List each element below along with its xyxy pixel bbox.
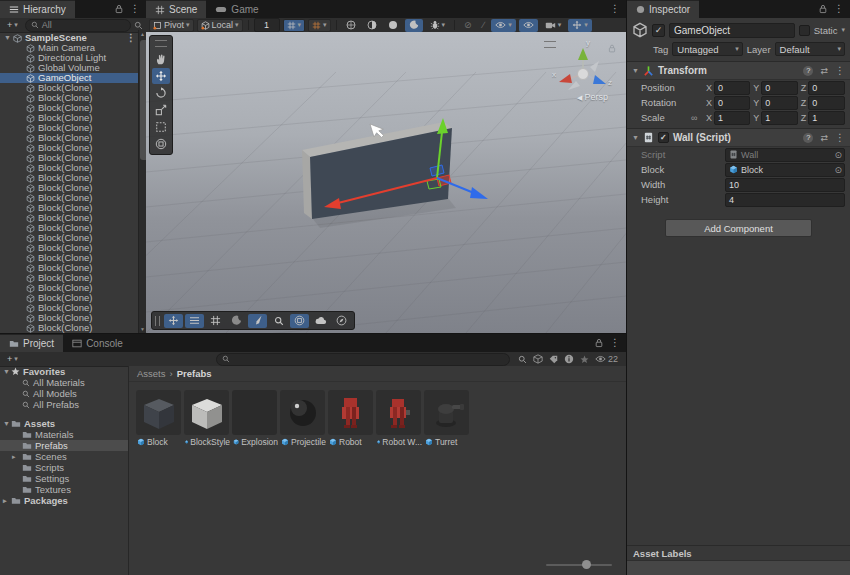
position-y-field[interactable]: 0	[761, 81, 797, 95]
info-icon[interactable]	[564, 354, 574, 364]
breadcrumb-current[interactable]: Prefabs	[177, 368, 212, 379]
thumbnail-size-slider[interactable]	[546, 560, 612, 570]
project-create-button[interactable]: +▾	[3, 353, 22, 366]
audition-mute-button[interactable]: ⊘	[460, 19, 476, 32]
add-component-button[interactable]: Add Component	[665, 219, 812, 237]
tab-console[interactable]: Console	[63, 334, 132, 352]
active-checkbox[interactable]: ✓	[652, 24, 665, 37]
asset-robot-w[interactable]: Robot W...	[376, 390, 422, 447]
audio-toggle-button[interactable]	[384, 19, 402, 32]
block-object-field[interactable]: Block ⊙	[725, 163, 845, 177]
project-search-input[interactable]	[216, 353, 510, 366]
presets-icon[interactable]: ⇄	[820, 133, 828, 143]
package-filter-icon[interactable]	[533, 354, 543, 364]
view-options-overlay-button[interactable]	[227, 314, 246, 328]
foldout-icon[interactable]: ▼	[3, 420, 10, 427]
asset-labels-header[interactable]: Asset Labels	[627, 545, 850, 561]
increment-snap-button[interactable]: ▾	[308, 19, 331, 32]
tab-inspector[interactable]: Inspector	[627, 0, 699, 18]
presets-icon[interactable]: ⇄	[820, 66, 828, 76]
project-menu-icon[interactable]: ⋮	[610, 338, 620, 348]
help-icon[interactable]: ?	[803, 66, 813, 76]
rotation-x-field[interactable]: 0	[714, 96, 750, 110]
transform-tool-button[interactable]	[152, 136, 170, 152]
inspector-menu-icon[interactable]: ⋮	[834, 4, 844, 14]
favorites-all-models[interactable]: All Models	[0, 388, 128, 399]
overlay-toolbar-grip[interactable]	[155, 316, 160, 326]
search-by-type-icon[interactable]	[134, 21, 143, 30]
hierarchy-item-block-clone[interactable]: Block(Clone)	[0, 323, 146, 333]
help-icon[interactable]: ?	[803, 133, 813, 143]
grid-size-field[interactable]: 1	[254, 18, 280, 32]
object-name-field[interactable]: GameObject	[669, 23, 795, 38]
lock-icon[interactable]	[595, 338, 603, 348]
tag-dropdown[interactable]: Untagged▾	[672, 42, 742, 56]
projection-mode-button[interactable]: ◀Persp	[577, 92, 608, 102]
scale-x-field[interactable]: 1	[714, 111, 750, 125]
brush-overlay-button[interactable]	[248, 314, 267, 328]
folder-prefabs[interactable]: Prefabs	[0, 440, 128, 451]
asset-blockstyle[interactable]: BlockStyle	[184, 390, 230, 447]
tab-game[interactable]: Game	[206, 0, 267, 18]
grid-overlay-button[interactable]	[206, 314, 225, 328]
tab-project[interactable]: Project	[0, 334, 63, 352]
shaded-mode-button[interactable]	[342, 19, 360, 32]
scroll-down-icon[interactable]: ▼	[139, 326, 146, 332]
view-tool-button[interactable]	[152, 51, 170, 67]
scene-picking-button[interactable]	[519, 19, 538, 32]
asset-explosion[interactable]: Explosion	[232, 390, 278, 447]
folder-scenes[interactable]: ▸ Scenes	[0, 451, 128, 462]
transform-component-header[interactable]: ▼ Transform ? ⇄ ⋮	[627, 61, 850, 80]
rotation-z-field[interactable]: 0	[808, 96, 845, 110]
gizmo-grip[interactable]	[544, 41, 556, 48]
static-checkbox[interactable]	[799, 25, 810, 36]
asset-turret[interactable]: Turret	[424, 390, 470, 447]
slider-knob[interactable]	[582, 560, 591, 569]
hierarchy-menu-icon[interactable]: ⋮	[130, 4, 140, 14]
gizmos-button[interactable]: ▾	[568, 19, 592, 32]
object-picker-icon[interactable]: ⊙	[834, 150, 842, 160]
foldout-icon[interactable]: ▼	[632, 67, 639, 74]
favorites-filter-icon[interactable]	[580, 355, 589, 364]
asset-projectile[interactable]: Projectile	[280, 390, 326, 447]
scale-z-field[interactable]: 1	[808, 111, 845, 125]
tools-settings-overlay-button[interactable]	[185, 314, 204, 328]
favorites-all-prefabs[interactable]: All Prefabs	[0, 399, 128, 410]
rotation-y-field[interactable]: 0	[761, 96, 797, 110]
search-save-icon[interactable]	[518, 355, 527, 364]
rotation-mode-button[interactable]: Local▾	[197, 19, 243, 32]
overlay-grip[interactable]	[155, 40, 167, 47]
foldout-icon[interactable]: ▸	[3, 497, 7, 505]
label-filter-icon[interactable]	[549, 355, 558, 364]
grid-snapping-button[interactable]: ▾	[283, 19, 306, 32]
position-x-field[interactable]: 0	[714, 81, 750, 95]
hidden-count-badge[interactable]: 22	[595, 354, 618, 364]
isolation-button[interactable]: ∕	[479, 19, 489, 32]
lock-icon[interactable]	[819, 4, 827, 14]
transform-overlay-button[interactable]	[290, 314, 309, 328]
folder-scripts[interactable]: Scripts	[0, 462, 128, 473]
foldout-icon[interactable]: ▼	[4, 33, 11, 43]
cloud-overlay-button[interactable]	[311, 314, 330, 328]
favorites-all-materials[interactable]: All Materials	[0, 377, 128, 388]
width-field[interactable]: 10	[725, 178, 845, 192]
move-overlay-button[interactable]	[164, 314, 183, 328]
packages-root[interactable]: ▸ Packages	[0, 495, 128, 506]
foldout-icon[interactable]: ▸	[12, 453, 16, 461]
effects-toggle-button[interactable]	[405, 19, 423, 32]
height-field[interactable]: 4	[725, 193, 845, 207]
hierarchy-search-input[interactable]: All	[25, 19, 131, 32]
lock-icon[interactable]	[115, 4, 123, 14]
wall-script-component-header[interactable]: ▼ ✓ Wall (Script) ? ⇄ ⋮	[627, 128, 850, 147]
object-picker-icon[interactable]: ⊙	[834, 165, 842, 175]
foldout-icon[interactable]: ▼	[3, 368, 10, 375]
debug-options-button[interactable]: ▾	[426, 19, 450, 32]
scene-viewport[interactable]: y x z ◀Persp	[146, 32, 626, 333]
static-dropdown-icon[interactable]: ▾	[841, 26, 845, 34]
scene-menu-icon[interactable]: ⋮	[610, 4, 620, 14]
hierarchy-scrollbar[interactable]: ▲ ▼	[138, 30, 146, 333]
tab-hierarchy[interactable]: Hierarchy	[0, 0, 75, 18]
rotate-tool-button[interactable]	[152, 85, 170, 101]
folder-settings[interactable]: Settings	[0, 473, 128, 484]
asset-block[interactable]: Block	[136, 390, 182, 447]
